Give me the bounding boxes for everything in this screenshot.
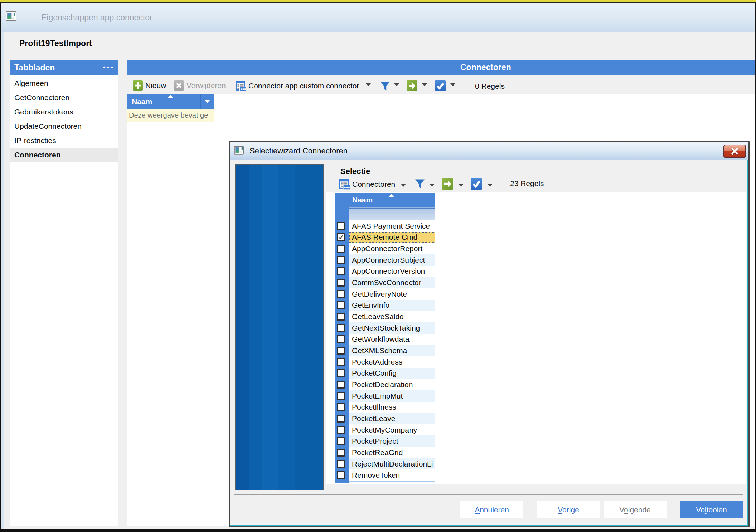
connector-name[interactable]: PocketDeclaration bbox=[349, 379, 435, 390]
connector-row[interactable]: AFAS Payment Service bbox=[335, 220, 435, 232]
filter-icon[interactable] bbox=[380, 81, 391, 92]
check-all-icon[interactable] bbox=[435, 80, 446, 91]
checkbox-unchecked[interactable] bbox=[337, 222, 345, 230]
vorige-button[interactable]: Vorige bbox=[537, 501, 600, 518]
dialog-check-all-icon[interactable] bbox=[471, 178, 482, 190]
dialog-grid-column-header[interactable]: Naam bbox=[335, 193, 435, 207]
checkbox-unchecked[interactable] bbox=[337, 392, 345, 400]
annuleren-button[interactable]: Annuleren bbox=[460, 501, 523, 518]
checkbox-unchecked[interactable] bbox=[337, 267, 345, 275]
dialog-check-all-dropdown-icon[interactable] bbox=[488, 184, 493, 187]
connector-row[interactable]: PocketLeave bbox=[335, 413, 435, 424]
connector-row[interactable]: GetNextStockTaking bbox=[335, 322, 435, 334]
connector-row[interactable]: GetDeliveryNote bbox=[335, 288, 435, 300]
connector-name[interactable]: GetDeliveryNote bbox=[349, 288, 435, 300]
connector-name[interactable]: PocketIllness bbox=[349, 402, 435, 413]
connector-row[interactable]: PocketProject bbox=[335, 435, 435, 447]
volgende-button[interactable]: Volgende bbox=[604, 501, 667, 518]
connector-name[interactable]: GetLeaveSaldo bbox=[349, 311, 435, 322]
connector-row[interactable]: AppConnectorSubject bbox=[335, 254, 435, 266]
dialog-grid-filter-row[interactable] bbox=[335, 209, 435, 220]
checkbox-unchecked[interactable] bbox=[337, 313, 345, 321]
checkbox-unchecked[interactable] bbox=[337, 437, 345, 445]
checkbox-unchecked[interactable] bbox=[337, 335, 345, 343]
checkbox-unchecked[interactable] bbox=[337, 449, 345, 457]
connector-name[interactable]: PocketConfig bbox=[349, 368, 435, 379]
connector-name[interactable]: AppConnectorReport bbox=[349, 243, 435, 254]
dialog-titlebar[interactable]: Selectiewizard Connectoren bbox=[230, 142, 748, 160]
view-selector-dropdown-icon[interactable] bbox=[366, 83, 371, 86]
connector-name[interactable]: GetWorkflowdata bbox=[349, 334, 435, 345]
window-titlebar[interactable]: Eigenschappen app connector bbox=[1, 3, 755, 32]
connector-name[interactable]: RejectMultiDeclarationLi bbox=[349, 458, 435, 470]
checkbox-unchecked[interactable] bbox=[337, 256, 345, 264]
checkbox-unchecked[interactable] bbox=[337, 415, 345, 423]
close-button[interactable] bbox=[723, 145, 746, 158]
connector-row[interactable]: PocketMyCompany bbox=[335, 424, 435, 436]
checkbox-unchecked[interactable] bbox=[337, 369, 345, 377]
connector-row[interactable]: PocketAddress bbox=[335, 356, 435, 368]
sidebar-menu-dots-icon[interactable]: ••• bbox=[103, 63, 115, 71]
checkbox-unchecked[interactable] bbox=[337, 426, 345, 434]
column-filter-dropdown-icon[interactable] bbox=[204, 100, 210, 103]
connector-row[interactable]: GetXMLSchema bbox=[335, 345, 435, 356]
dialog-view-selector-dropdown-icon[interactable] bbox=[401, 184, 406, 187]
sidebar-item-algemeen[interactable]: Algemeen bbox=[10, 76, 118, 91]
go-arrow-icon[interactable] bbox=[407, 80, 417, 91]
checkbox-unchecked[interactable] bbox=[337, 245, 345, 253]
connector-name[interactable]: PocketProject bbox=[349, 435, 435, 447]
connector-row[interactable]: PocketIllness bbox=[335, 402, 435, 413]
connector-name[interactable]: CommSvcConnector bbox=[349, 277, 435, 288]
connector-name[interactable]: PocketMyCompany bbox=[349, 424, 435, 436]
connector-row[interactable]: GetWorkflowdata bbox=[335, 334, 435, 345]
connector-row[interactable]: AppConnectorReport bbox=[335, 243, 435, 254]
connector-name[interactable]: AFAS Payment Service bbox=[349, 220, 435, 232]
connector-name[interactable]: PocketAddress bbox=[349, 356, 435, 368]
sidebar-item-ip-restricties[interactable]: IP-restricties bbox=[10, 133, 118, 148]
dialog-go-arrow-icon[interactable] bbox=[442, 178, 453, 190]
connector-row[interactable]: AFAS Remote Cmd bbox=[335, 232, 435, 243]
dialog-filter-dropdown-icon[interactable] bbox=[430, 184, 435, 187]
sidebar-item-gebruikerstokens[interactable]: Gebruikerstokens bbox=[10, 105, 118, 119]
connector-name[interactable]: AppConnectorVersion bbox=[349, 266, 435, 277]
connector-row[interactable]: RemoveToken bbox=[335, 469, 435, 481]
main-grid-column-header[interactable]: Naam bbox=[127, 94, 214, 109]
connector-name[interactable]: GetEnvInfo bbox=[349, 300, 435, 311]
connector-name[interactable]: PocketEmpMut bbox=[349, 390, 435, 402]
view-selector-button[interactable]: Connector app custom connector bbox=[235, 80, 359, 92]
dialog-filter-icon[interactable] bbox=[415, 179, 425, 189]
voltooien-button[interactable]: Voltooien bbox=[680, 501, 743, 518]
checkbox-unchecked[interactable] bbox=[337, 460, 345, 468]
connector-row[interactable]: PocketReaGrid bbox=[335, 447, 435, 458]
connector-name[interactable]: PocketReaGrid bbox=[349, 447, 435, 458]
sidebar-item-updateconnectoren[interactable]: UpdateConnectoren bbox=[10, 119, 118, 133]
connector-row[interactable]: PocketEmpMut bbox=[335, 390, 435, 402]
connector-name[interactable]: GetXMLSchema bbox=[349, 345, 435, 356]
delete-button[interactable]: Verwijderen bbox=[174, 80, 226, 91]
connector-name[interactable]: PocketLeave bbox=[349, 413, 435, 424]
checkbox-unchecked[interactable] bbox=[337, 290, 345, 298]
connector-row[interactable]: GetLeaveSaldo bbox=[335, 311, 435, 322]
checkbox-unchecked[interactable] bbox=[337, 324, 345, 332]
connector-row[interactable]: PocketConfig bbox=[335, 368, 435, 379]
new-button[interactable]: Nieuw bbox=[133, 80, 166, 91]
connector-name[interactable]: GetNextStockTaking bbox=[349, 322, 435, 334]
connector-row[interactable]: CommSvcConnector bbox=[335, 277, 435, 288]
dialog-view-selector-button[interactable]: Connectoren bbox=[339, 178, 395, 190]
go-arrow-dropdown-icon[interactable] bbox=[422, 83, 427, 86]
checkbox-unchecked[interactable] bbox=[337, 471, 345, 479]
connector-row[interactable]: RejectMultiDeclarationLi bbox=[335, 458, 435, 470]
connector-row[interactable]: PocketDeclaration bbox=[335, 379, 435, 390]
connector-name[interactable]: RemoveToken bbox=[349, 469, 435, 481]
checkbox-unchecked[interactable] bbox=[337, 381, 345, 389]
checkbox-unchecked[interactable] bbox=[337, 347, 345, 355]
checkbox-checked[interactable] bbox=[337, 233, 345, 241]
checkbox-unchecked[interactable] bbox=[337, 301, 345, 309]
checkbox-unchecked[interactable] bbox=[337, 403, 345, 411]
connector-name[interactable]: AppConnectorSubject bbox=[349, 254, 435, 266]
connector-row[interactable]: GetEnvInfo bbox=[335, 300, 435, 311]
sidebar-item-getconnectoren[interactable]: GetConnectoren bbox=[10, 91, 118, 105]
connector-row[interactable]: AppConnectorVersion bbox=[335, 266, 435, 277]
dialog-go-arrow-dropdown-icon[interactable] bbox=[459, 184, 464, 187]
checkbox-unchecked[interactable] bbox=[337, 358, 345, 366]
